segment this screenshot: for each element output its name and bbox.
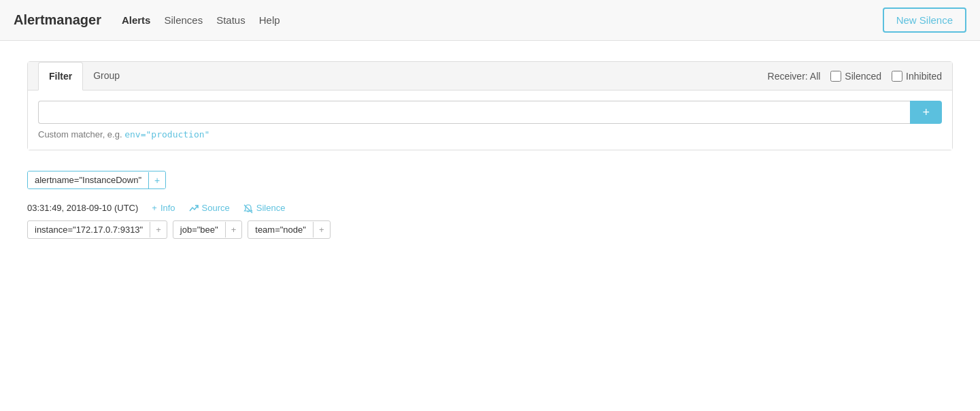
filter-input-row: +	[38, 101, 942, 124]
filter-panel: Filter Group Receiver: All Silenced Inhi…	[27, 61, 953, 150]
nav-status[interactable]: Status	[216, 11, 246, 29]
nav-silences[interactable]: Silences	[164, 11, 203, 29]
alert-labels: instance="172.17.0.7:9313" + job="bee" +…	[27, 220, 953, 239]
group-tags: alertname="InstanceDown" +	[27, 171, 953, 189]
filter-hint-text: Custom matcher, e.g.	[38, 129, 122, 139]
new-silence-button[interactable]: New Silence	[883, 7, 966, 33]
filter-hint: Custom matcher, e.g. env="production"	[38, 129, 942, 139]
filter-hint-example: env="production"	[124, 129, 209, 139]
alert-item: 03:31:49, 2018-09-10 (UTC) + Info Source	[27, 203, 953, 239]
label-job-add-button[interactable]: +	[225, 222, 242, 237]
silenced-toggle[interactable]: Silenced	[830, 71, 881, 82]
group-tag-label: alertname="InstanceDown"	[28, 171, 148, 188]
source-label: Source	[202, 203, 230, 213]
silence-icon	[243, 203, 253, 214]
silenced-label: Silenced	[845, 71, 881, 82]
nav-help[interactable]: Help	[259, 11, 280, 29]
alert-source-action[interactable]: Source	[189, 203, 230, 214]
group-tag: alertname="InstanceDown" +	[27, 171, 166, 189]
label-team-add-button[interactable]: +	[313, 222, 330, 237]
alert-meta: 03:31:49, 2018-09-10 (UTC) + Info Source	[27, 203, 953, 214]
filter-controls: Receiver: All Silenced Inhibited	[768, 71, 942, 82]
silenced-checkbox[interactable]	[830, 71, 841, 82]
info-label: Info	[160, 203, 175, 213]
main-content: Filter Group Receiver: All Silenced Inhi…	[0, 41, 980, 259]
filter-input[interactable]	[38, 101, 910, 124]
label-tag: team="node" +	[248, 220, 330, 239]
label-instance-add-button[interactable]: +	[150, 222, 167, 237]
label-job-text: job="bee"	[173, 221, 225, 238]
tab-group[interactable]: Group	[83, 62, 130, 91]
label-instance-text: instance="172.17.0.7:9313"	[28, 221, 150, 238]
alert-info-action[interactable]: + Info	[152, 203, 175, 213]
filter-add-button[interactable]: +	[910, 101, 942, 124]
inhibited-label: Inhibited	[906, 71, 942, 82]
label-tag: instance="172.17.0.7:9313" +	[27, 220, 167, 239]
group-tag-add-button[interactable]: +	[148, 172, 165, 188]
info-icon: +	[152, 203, 157, 213]
nav-links: Alerts Silences Status Help	[122, 11, 883, 29]
label-team-text: team="node"	[248, 221, 313, 238]
source-icon	[189, 203, 199, 214]
alert-silence-action[interactable]: Silence	[243, 203, 286, 214]
silence-label: Silence	[256, 203, 286, 213]
alert-group: alertname="InstanceDown" + 03:31:49, 201…	[27, 171, 953, 239]
filter-body: + Custom matcher, e.g. env="production"	[28, 91, 952, 150]
tab-filter[interactable]: Filter	[38, 62, 83, 91]
inhibited-checkbox[interactable]	[892, 71, 902, 82]
navbar: Alertmanager Alerts Silences Status Help…	[0, 0, 980, 41]
alert-timestamp: 03:31:49, 2018-09-10 (UTC)	[27, 203, 138, 213]
receiver-label: Receiver: All	[768, 71, 821, 82]
filter-tabs-bar: Filter Group Receiver: All Silenced Inhi…	[28, 62, 952, 91]
inhibited-toggle[interactable]: Inhibited	[892, 71, 942, 82]
nav-alerts[interactable]: Alerts	[122, 11, 151, 29]
app-brand: Alertmanager	[14, 12, 101, 28]
label-tag: job="bee" +	[173, 220, 242, 239]
